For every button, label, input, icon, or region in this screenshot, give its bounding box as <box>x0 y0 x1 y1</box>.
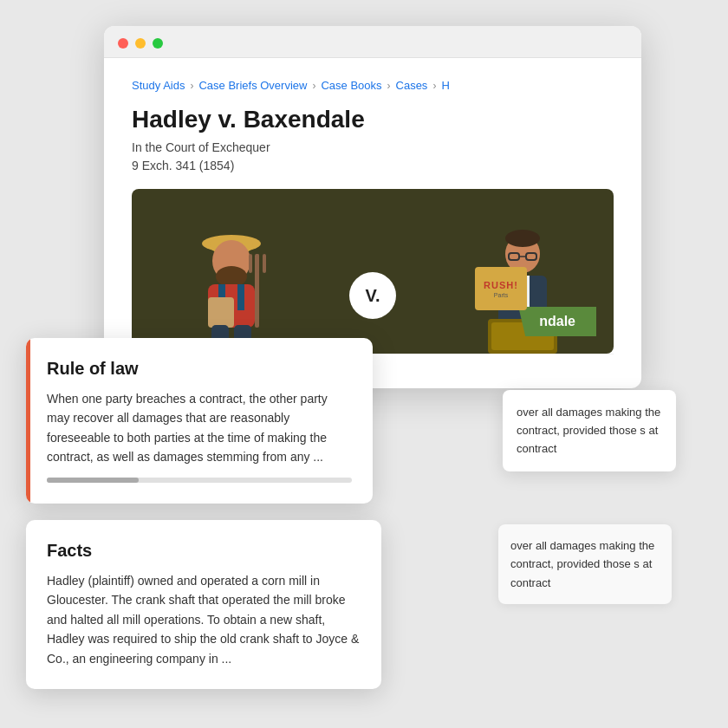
right-overlay: over all damages making the contract, pr… <box>503 390 676 471</box>
facts-title: Facts <box>47 541 361 561</box>
case-court: In the Court of Exchequer <box>132 139 614 157</box>
rule-of-law-accent <box>26 338 30 504</box>
right-text-panel-content: over all damages making the contract, pr… <box>510 539 654 589</box>
rush-sign-text: RUSH! <box>484 280 518 290</box>
breadcrumb-sep-1: › <box>190 80 193 92</box>
svg-rect-11 <box>263 254 266 273</box>
rule-of-law-body: When one party breaches a contract, the … <box>47 389 352 467</box>
svg-point-3 <box>216 266 247 287</box>
breadcrumb-case-books[interactable]: Case Books <box>321 79 381 92</box>
breadcrumb-case-briefs[interactable]: Case Briefs Overview <box>198 79 307 92</box>
breadcrumb: Study Aids › Case Briefs Overview › Case… <box>132 79 614 92</box>
right-text-panel: over all damages making the contract, pr… <box>498 524 672 604</box>
svg-rect-7 <box>208 297 234 328</box>
breadcrumb-sep-3: › <box>387 80 391 92</box>
breadcrumb-sep-2: › <box>312 80 315 92</box>
card-rule-of-law-inner: Rule of law When one party breaches a co… <box>26 359 352 483</box>
facts-body: Hadley (plaintiff) owned and operated a … <box>47 571 361 668</box>
farmer-figure <box>184 219 279 354</box>
right-overlay-text: over all damages making the contract, pr… <box>517 406 660 455</box>
svg-rect-6 <box>237 284 244 310</box>
breadcrumb-cases[interactable]: Cases <box>396 79 428 92</box>
rule-of-law-title: Rule of law <box>47 359 352 379</box>
svg-point-15 <box>505 230 540 247</box>
maximize-button[interactable] <box>153 38 163 49</box>
svg-rect-9 <box>249 254 252 273</box>
browser-window: Study Aids › Case Briefs Overview › Case… <box>104 26 641 388</box>
ribbon: ndale <box>518 307 596 336</box>
rush-sign: RUSH! Parts <box>475 267 527 310</box>
browser-titlebar <box>104 26 641 58</box>
rule-of-law-scrollbar-thumb <box>47 478 139 483</box>
breadcrumb-h[interactable]: H <box>441 79 449 92</box>
case-citation: 9 Exch. 341 (1854) <box>132 157 614 175</box>
breadcrumb-study-aids[interactable]: Study Aids <box>132 79 185 92</box>
vs-label: V. <box>349 272 396 319</box>
minimize-button[interactable] <box>135 38 146 49</box>
card-rule-of-law: Rule of law When one party breaches a co… <box>26 338 373 504</box>
rush-sign-sub: Parts <box>494 292 508 298</box>
svg-rect-10 <box>256 254 259 273</box>
card-facts: Facts Hadley (plaintiff) owned and opera… <box>26 520 381 689</box>
case-title: Hadley v. Baxendale <box>132 106 614 133</box>
close-button[interactable] <box>118 38 128 49</box>
breadcrumb-sep-4: › <box>432 80 436 92</box>
rule-of-law-scrollbar[interactable] <box>47 478 352 483</box>
case-illustration: V. RUSH! Parts <box>132 189 614 354</box>
